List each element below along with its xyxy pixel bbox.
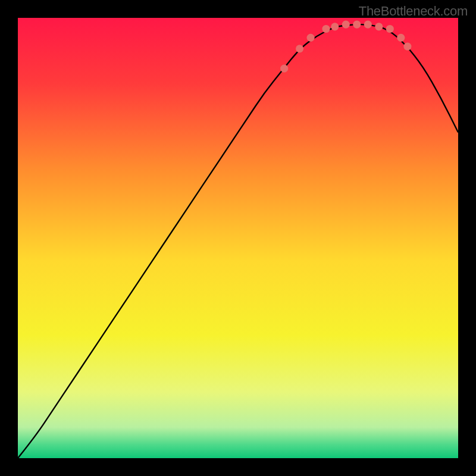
highlight-dot bbox=[342, 21, 350, 29]
highlight-dot bbox=[386, 25, 394, 33]
chart-curve-layer bbox=[18, 18, 458, 458]
watermark-text: TheBottleneck.com bbox=[359, 4, 468, 19]
highlight-dot bbox=[375, 23, 383, 30]
highlight-dot bbox=[353, 21, 361, 29]
highlight-dot bbox=[307, 34, 315, 42]
highlight-dot bbox=[364, 21, 372, 29]
highlight-dot bbox=[403, 43, 411, 51]
highlight-dot bbox=[280, 65, 288, 73]
highlight-dots-group bbox=[280, 21, 411, 73]
chart-plot-area bbox=[18, 18, 458, 458]
bottleneck-curve bbox=[18, 24, 458, 458]
highlight-dot bbox=[296, 45, 303, 52]
highlight-dot bbox=[397, 34, 405, 42]
highlight-dot bbox=[331, 23, 339, 30]
highlight-dot bbox=[322, 25, 330, 33]
